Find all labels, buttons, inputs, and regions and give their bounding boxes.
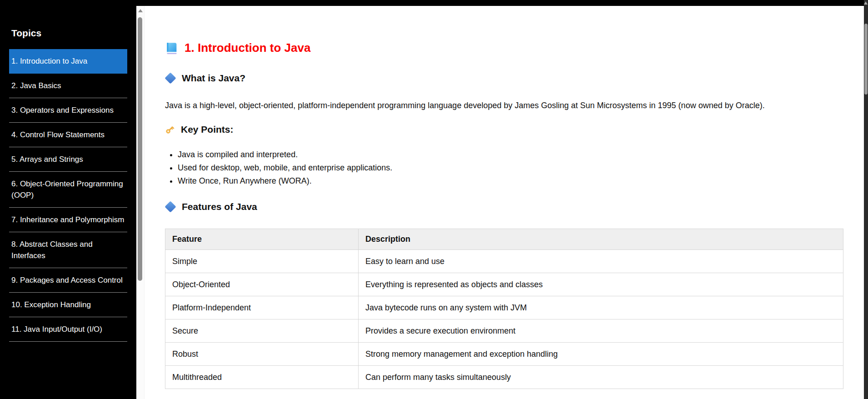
table-row: Platform-Independent Java bytecode runs … [165,296,843,319]
sidebar-item-inheritance-polymorphism[interactable]: 7. Inheritance and Polymorphism [9,208,127,232]
key-point-item: Write Once, Run Anywhere (WORA). [178,175,843,188]
feature-cell: Platform-Independent [165,296,359,319]
sidebar-title: Topics [11,27,136,39]
section-heading-text: What is Java? [182,72,245,85]
description-cell: Provides a secure execution environment [359,319,843,343]
feature-cell: Object-Oriented [165,273,359,296]
description-cell: Everything is represented as objects and… [359,273,843,296]
description-cell: Strong memory management and exception h… [359,343,843,366]
topics-sidebar: Topics 1. Introduction to Java 2. Java B… [0,0,136,399]
table-row: Secure Provides a secure execution envir… [165,319,843,343]
sidebar-item-java-io[interactable]: 11. Java Input/Output (I/O) [9,317,127,342]
key-points-list: Java is compiled and interpreted. Used f… [165,148,843,188]
section-heading-text: Features of Java [182,200,257,213]
sidebar-item-java-basics[interactable]: 2. Java Basics [9,74,127,98]
content-area: 1. Introduction to Java What is Java? Ja… [136,6,864,399]
section-heading-key-points: Key Points: [165,123,843,136]
table-row: Multithreaded Can perform many tasks sim… [165,366,843,389]
description-cell: Can perform many tasks simultaneously [359,366,843,389]
scroll-up-arrow-icon[interactable] [864,1,868,5]
section-heading-features: Features of Java [165,200,843,213]
feature-cell: Simple [165,250,359,273]
key-point-item: Java is compiled and interpreted. [178,148,843,161]
window-scrollbar-thumb[interactable] [864,24,868,95]
intro-paragraph: Java is a high-level, object-oriented, p… [165,99,828,112]
table-row: Robust Strong memory management and exce… [165,343,843,366]
sidebar-item-arrays-and-strings[interactable]: 5. Arrays and Strings [9,147,127,172]
page-title-text: 1. Introduction to Java [185,40,310,55]
section-heading-text: Key Points: [181,123,234,136]
window-scrollbar[interactable] [864,0,868,399]
column-header-feature: Feature [165,229,359,250]
page-title: 1. Introduction to Java [165,40,843,55]
table-row: Object-Oriented Everything is represente… [165,273,843,296]
blue-diamond-icon [165,72,176,84]
content-scrollbar[interactable] [136,6,145,399]
description-cell: Easy to learn and use [359,250,843,273]
sidebar-item-control-flow-statements[interactable]: 4. Control Flow Statements [9,123,127,147]
key-icon [165,125,175,135]
feature-cell: Multithreaded [165,366,359,389]
feature-cell: Robust [165,343,359,366]
sidebar-item-oop[interactable]: 6. Object-Oriented Programming (OOP) [9,172,127,208]
sidebar-item-introduction-to-java[interactable]: 1. Introduction to Java [9,49,127,74]
scroll-up-arrow-icon[interactable] [138,9,143,12]
blue-diamond-icon [165,201,176,212]
key-point-item: Used for desktop, web, mobile, and enter… [178,161,843,175]
table-header-row: Feature Description [165,229,843,250]
sidebar-item-abstract-classes-interfaces[interactable]: 8. Abstract Classes and Interfaces [9,232,127,268]
description-cell: Java bytecode runs on any system with JV… [359,296,843,319]
sidebar-item-exception-handling[interactable]: 10. Exception Handling [9,293,127,317]
section-heading-what-is-java: What is Java? [165,72,843,85]
lesson-content: 1. Introduction to Java What is Java? Ja… [145,40,864,389]
sidebar-item-packages-access-control[interactable]: 9. Packages and Access Control [9,268,127,293]
features-table: Feature Description Simple Easy to learn… [165,229,843,389]
sidebar-item-operators-and-expressions[interactable]: 3. Operators and Expressions [9,98,127,123]
blue-book-icon [165,41,178,55]
table-row: Simple Easy to learn and use [165,250,843,273]
column-header-description: Description [359,229,843,250]
topics-list: 1. Introduction to Java 2. Java Basics 3… [9,49,127,342]
feature-cell: Secure [165,319,359,343]
content-scrollbar-thumb[interactable] [138,17,142,281]
